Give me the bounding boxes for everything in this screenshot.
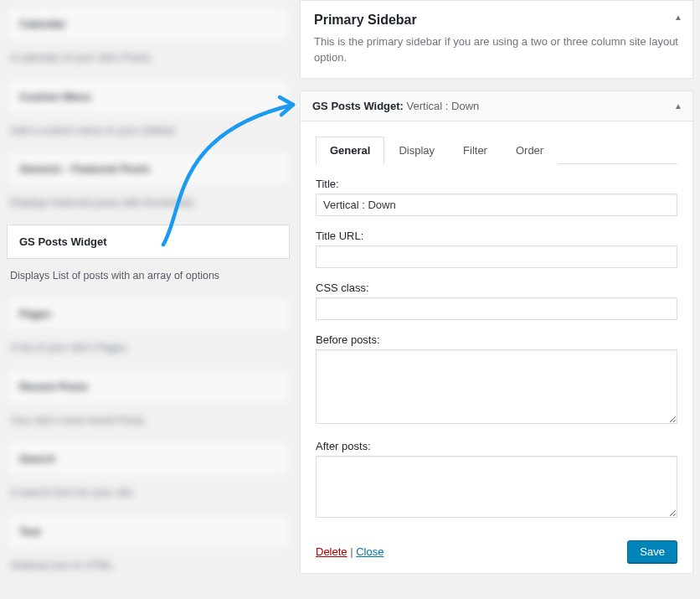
tab-display[interactable]: Display (384, 137, 449, 164)
save-button[interactable]: Save (627, 540, 677, 563)
title-label: Title: (316, 178, 677, 190)
sidebar-area-desc: This is the primary sidebar if you are u… (314, 34, 679, 66)
widget-tabs: General Display Filter Order (316, 137, 677, 164)
title-url-input[interactable] (316, 245, 677, 268)
chevron-up-icon[interactable]: ▲ (674, 13, 682, 22)
sidebar-area-header[interactable]: Primary Sidebar This is the primary side… (300, 0, 693, 79)
css-class-input[interactable] (316, 297, 677, 320)
after-posts-textarea[interactable] (316, 456, 677, 518)
blurred-widgets-before: Calendar A calendar of your site's Posts… (7, 7, 290, 225)
link-separator: | (350, 545, 353, 558)
widget-desc: Displays featured posts with thumbnails (7, 188, 290, 225)
sidebar-area-title: Primary Sidebar (314, 13, 679, 28)
chevron-up-icon[interactable]: ▲ (674, 101, 682, 111)
available-widgets-panel: Calendar A calendar of your site's Posts… (0, 0, 296, 599)
widget-instance-subtitle: Vertical : Down (407, 100, 480, 112)
widget-item[interactable]: Pages (7, 297, 290, 331)
title-input[interactable] (316, 194, 677, 216)
tab-order[interactable]: Order (502, 137, 558, 164)
sidebar-drop-area: Primary Sidebar This is the primary side… (296, 0, 700, 599)
widget-desc: A search form for your site. (7, 478, 290, 514)
blurred-widgets-after: Pages A list of your site's Pages. Recen… (7, 297, 290, 586)
widget-item[interactable]: Recent Posts (7, 369, 290, 404)
widget-desc: Your site's most recent Posts. (7, 405, 290, 442)
widget-item[interactable]: Custom Menu (7, 80, 290, 114)
delete-link[interactable]: Delete (316, 545, 347, 558)
gs-posts-widget-desc: Displays List of posts with an array of … (7, 261, 290, 297)
tab-general[interactable]: General (316, 137, 384, 164)
widget-instance-header[interactable]: GS Posts Widget: Vertical : Down ▲ (301, 91, 692, 121)
widget-item[interactable]: Search (7, 442, 290, 476)
widget-item[interactable]: Genesis - Featured Posts (7, 152, 290, 186)
before-posts-textarea[interactable] (316, 349, 677, 424)
widget-item[interactable]: Text (7, 514, 290, 549)
widget-desc: Arbitrary text or HTML. (7, 550, 290, 587)
widget-instance-name: GS Posts Widget: (312, 100, 404, 112)
after-posts-label: After posts: (316, 440, 677, 452)
gs-posts-widget-item[interactable]: GS Posts Widget (7, 225, 290, 259)
widget-instance-expanded: GS Posts Widget: Vertical : Down ▲ Gener… (300, 90, 693, 574)
widget-desc: A calendar of your site's Posts. (7, 43, 290, 80)
css-class-label: CSS class: (316, 281, 677, 294)
close-link[interactable]: Close (356, 545, 383, 558)
tab-filter[interactable]: Filter (449, 137, 502, 164)
widget-item[interactable]: Calendar (7, 7, 290, 41)
footer-links: Delete | Close (316, 545, 383, 558)
title-url-label: Title URL: (316, 230, 677, 242)
widget-desc: Add a custom menu to your sidebar. (7, 116, 290, 152)
widget-desc: A list of your site's Pages. (7, 333, 290, 369)
before-posts-label: Before posts: (316, 333, 677, 346)
